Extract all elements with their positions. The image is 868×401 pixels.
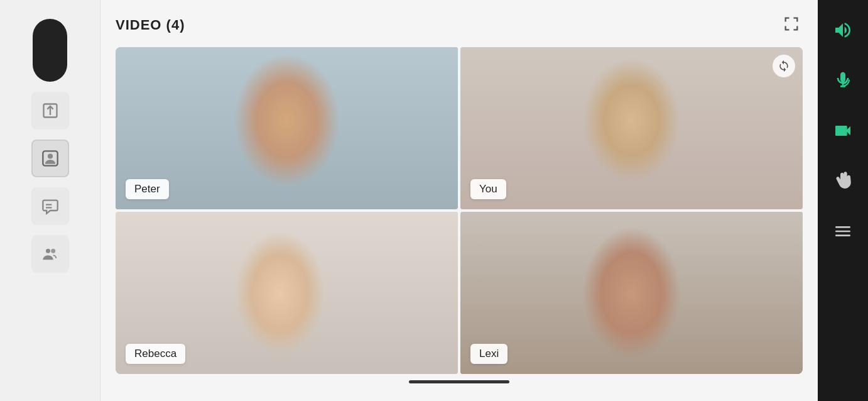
svg-rect-7 bbox=[835, 231, 850, 233]
chat-icon bbox=[41, 197, 59, 215]
svg-point-4 bbox=[46, 249, 50, 253]
fullscreen-button[interactable] bbox=[780, 13, 803, 37]
more-options-button[interactable] bbox=[828, 216, 858, 246]
participants-icon bbox=[41, 245, 59, 263]
svg-rect-8 bbox=[835, 234, 850, 236]
local-avatar-preview bbox=[33, 19, 67, 82]
raise-hand-button[interactable] bbox=[828, 166, 858, 196]
person-icon bbox=[41, 150, 59, 167]
video-cell-lexi: Lexi bbox=[460, 212, 803, 374]
camera-icon bbox=[833, 121, 853, 141]
contacts-button[interactable] bbox=[31, 140, 69, 177]
lexi-face bbox=[460, 212, 803, 374]
svg-point-5 bbox=[51, 249, 55, 253]
upload-button[interactable] bbox=[31, 92, 69, 129]
main-content: VIDEO (4) Peter You Rebecca bbox=[100, 0, 818, 401]
microphone-icon bbox=[833, 70, 853, 91]
participants-button[interactable] bbox=[31, 235, 69, 273]
left-sidebar bbox=[0, 0, 100, 401]
peter-name-badge: Peter bbox=[126, 179, 169, 199]
camera-overlay-you[interactable] bbox=[773, 55, 795, 77]
lexi-name-badge: Lexi bbox=[470, 344, 507, 364]
chat-button[interactable] bbox=[31, 187, 69, 225]
fullscreen-icon bbox=[783, 15, 800, 33]
microphone-button[interactable] bbox=[828, 65, 858, 96]
video-header: VIDEO (4) bbox=[116, 13, 803, 37]
svg-point-3 bbox=[47, 153, 52, 158]
hand-icon bbox=[833, 171, 853, 191]
video-cell-rebecca: Rebecca bbox=[116, 212, 458, 374]
video-cell-peter: Peter bbox=[116, 47, 458, 209]
menu-icon bbox=[833, 221, 853, 241]
upload-icon bbox=[41, 102, 59, 119]
right-sidebar bbox=[818, 0, 868, 401]
camera-button[interactable] bbox=[828, 116, 858, 146]
you-name-badge: You bbox=[470, 179, 506, 199]
rebecca-name-badge: Rebecca bbox=[126, 344, 185, 364]
you-face bbox=[460, 47, 803, 209]
scroll-indicator bbox=[409, 380, 509, 383]
speaker-icon bbox=[833, 20, 853, 40]
video-title: VIDEO (4) bbox=[116, 17, 185, 33]
video-grid: Peter You Rebecca Lexi bbox=[116, 47, 803, 374]
video-cell-you: You bbox=[460, 47, 803, 209]
svg-rect-6 bbox=[835, 226, 850, 228]
speaker-button[interactable] bbox=[828, 15, 858, 45]
refresh-camera-icon bbox=[778, 60, 790, 72]
